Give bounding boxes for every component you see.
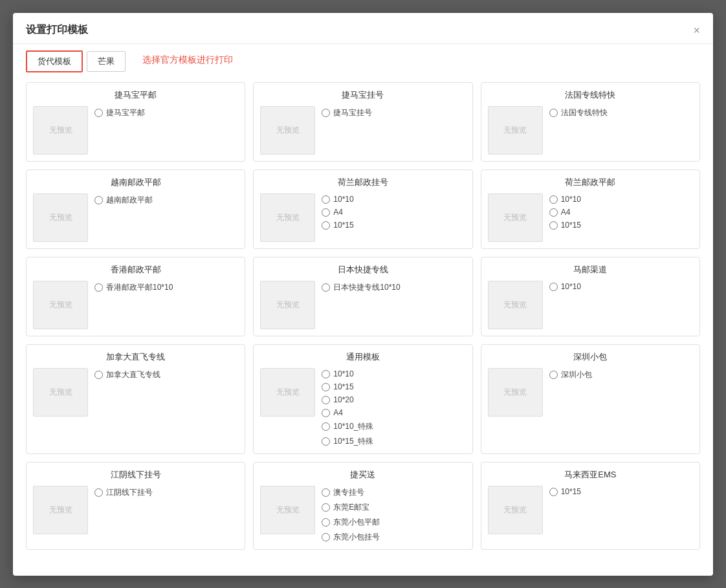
- tab-mango[interactable]: 芒果: [87, 51, 126, 72]
- radio-option[interactable]: 10*10: [549, 195, 581, 204]
- radio-option[interactable]: 10*10: [322, 369, 373, 378]
- card-content: 无预览深圳小包: [488, 368, 693, 417]
- preview-box: 无预览: [488, 106, 543, 155]
- option-label: 10*10: [333, 195, 353, 204]
- card-title: 江阴线下挂号: [33, 469, 238, 481]
- preview-box: 无预览: [488, 368, 543, 417]
- radio-input[interactable]: [549, 221, 558, 230]
- radio-option[interactable]: 10*10_特殊: [322, 421, 373, 432]
- radio-option[interactable]: 东莞E邮宝: [322, 502, 380, 513]
- template-card: 江阴线下挂号无预览江阴线下挂号: [26, 462, 245, 550]
- close-button[interactable]: ×: [693, 25, 700, 36]
- radio-option[interactable]: 10*15: [322, 221, 353, 230]
- radio-input[interactable]: [549, 283, 558, 291]
- card-title: 深圳小包: [488, 351, 693, 363]
- option-label: 10*10: [561, 282, 581, 291]
- radio-input[interactable]: [549, 109, 558, 117]
- tab-huodai-moBan[interactable]: 货代模板: [26, 50, 83, 72]
- option-label: 东莞小包挂号: [333, 532, 380, 543]
- radio-option[interactable]: 10*15: [322, 382, 373, 391]
- radio-option[interactable]: 捷马宝平邮: [94, 107, 145, 118]
- options-list: 江阴线下挂号: [94, 486, 153, 498]
- radio-option[interactable]: 法国专线特快: [549, 107, 608, 118]
- preview-box: 无预览: [488, 486, 543, 534]
- radio-input[interactable]: [322, 437, 330, 446]
- radio-input[interactable]: [322, 221, 330, 230]
- radio-input[interactable]: [322, 208, 330, 217]
- radio-input[interactable]: [94, 371, 103, 379]
- radio-option[interactable]: 10*15: [549, 221, 581, 230]
- radio-input[interactable]: [322, 370, 330, 378]
- radio-input[interactable]: [549, 195, 558, 204]
- radio-option[interactable]: 江阴线下挂号: [94, 487, 153, 498]
- radio-option[interactable]: 捷马宝挂号: [322, 107, 372, 118]
- template-card: 法国专线特快无预览法国专线特快: [481, 82, 700, 162]
- template-card: 深圳小包无预览深圳小包: [481, 344, 700, 454]
- radio-input[interactable]: [549, 208, 558, 217]
- option-label: 法国专线特快: [561, 107, 608, 118]
- preview-box: 无预览: [260, 486, 315, 534]
- radio-input[interactable]: [94, 488, 103, 497]
- modal-title: 设置打印模板: [26, 23, 88, 37]
- options-list: 深圳小包: [549, 368, 592, 380]
- card-content: 无预览10*10A410*15: [260, 193, 465, 242]
- preview-box: 无预览: [33, 368, 88, 417]
- radio-option[interactable]: A4: [322, 208, 353, 217]
- card-content: 无预览捷马宝挂号: [260, 106, 465, 155]
- radio-input[interactable]: [94, 196, 103, 204]
- radio-option[interactable]: 越南邮政平邮: [94, 195, 153, 206]
- radio-input[interactable]: [322, 283, 330, 292]
- radio-option[interactable]: 10*10: [549, 282, 581, 291]
- option-label: 10*15: [561, 487, 581, 496]
- card-title: 捷买送: [260, 469, 465, 481]
- radio-input[interactable]: [94, 283, 103, 292]
- radio-option[interactable]: 东莞小包平邮: [322, 517, 380, 528]
- radio-option[interactable]: 10*10: [322, 195, 353, 204]
- modal-header: 设置打印模板 ×: [13, 13, 713, 44]
- card-title: 越南邮政平邮: [33, 177, 238, 188]
- card-title: 加拿大直飞专线: [33, 351, 238, 363]
- radio-option[interactable]: 10*15: [549, 487, 581, 496]
- radio-option[interactable]: 香港邮政平邮10*10: [94, 282, 173, 293]
- template-card: 捷马宝平邮无预览捷马宝平邮: [26, 82, 245, 162]
- radio-option[interactable]: 10*15_特殊: [322, 436, 373, 447]
- radio-input[interactable]: [94, 109, 103, 117]
- radio-option[interactable]: 澳专挂号: [322, 487, 380, 498]
- radio-option[interactable]: 东莞小包挂号: [322, 532, 380, 543]
- radio-option[interactable]: 深圳小包: [549, 369, 592, 380]
- template-row-1: 捷马宝平邮无预览捷马宝平邮捷马宝挂号无预览捷马宝挂号法国专线特快无预览法国专线特…: [26, 82, 700, 162]
- option-label: 10*20: [333, 395, 353, 404]
- radio-input[interactable]: [322, 533, 330, 541]
- radio-input[interactable]: [322, 396, 330, 404]
- preview-box: 无预览: [488, 193, 543, 242]
- card-content: 无预览10*15: [488, 486, 693, 534]
- radio-option[interactable]: 加拿大直飞专线: [94, 369, 160, 380]
- radio-input[interactable]: [322, 195, 330, 204]
- card-content: 无预览香港邮政平邮10*10: [33, 281, 238, 329]
- option-label: 10*15: [333, 382, 353, 391]
- radio-input[interactable]: [549, 371, 558, 379]
- options-list: 10*10A410*15: [549, 193, 581, 230]
- radio-input[interactable]: [322, 109, 330, 117]
- radio-option[interactable]: A4: [322, 408, 373, 417]
- radio-option[interactable]: 日本快捷专线10*10: [322, 282, 400, 293]
- option-label: 10*15: [561, 221, 581, 230]
- radio-input[interactable]: [322, 503, 330, 512]
- radio-option[interactable]: 10*20: [322, 395, 373, 404]
- option-label: 捷马宝挂号: [333, 107, 372, 118]
- template-card: 通用模板无预览10*1010*1510*20A410*10_特殊10*15_特殊: [253, 344, 472, 454]
- radio-option[interactable]: A4: [549, 208, 581, 217]
- radio-input[interactable]: [322, 518, 330, 527]
- template-card: 荷兰邮政平邮无预览10*10A410*15: [481, 169, 700, 249]
- template-card: 马邮渠道无预览10*10: [481, 257, 700, 336]
- card-title: 捷马宝平邮: [33, 89, 238, 101]
- radio-input[interactable]: [322, 409, 330, 417]
- radio-input[interactable]: [322, 422, 330, 431]
- preview-box: 无预览: [33, 106, 88, 155]
- radio-input[interactable]: [322, 488, 330, 497]
- radio-input[interactable]: [549, 488, 558, 496]
- radio-input[interactable]: [322, 383, 330, 391]
- card-content: 无预览10*1010*1510*20A410*10_特殊10*15_特殊: [260, 368, 465, 447]
- option-label: A4: [333, 208, 343, 217]
- option-label: A4: [333, 408, 343, 417]
